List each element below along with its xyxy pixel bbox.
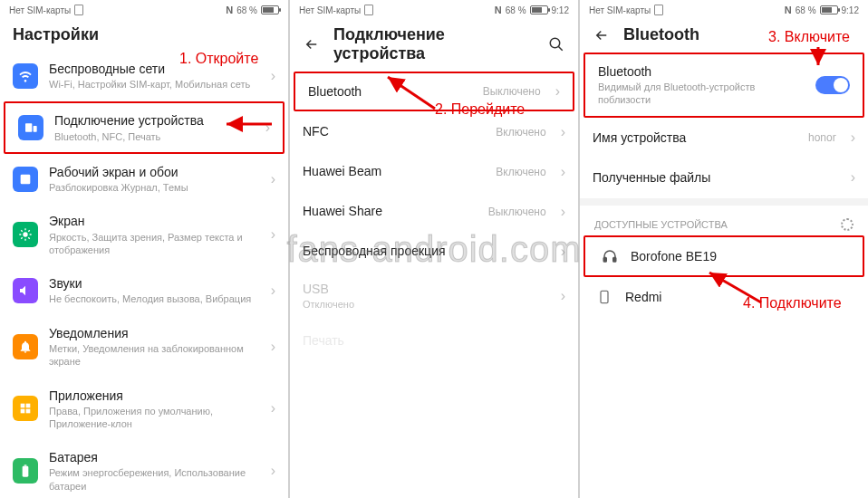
chevron-right-icon: › — [271, 400, 275, 417]
row-notifications[interactable]: Уведомления Метки, Уведомления на заблок… — [0, 316, 288, 378]
row-value: Выключено — [483, 85, 541, 98]
home-icon — [13, 167, 38, 192]
device-borofone[interactable]: Borofone BE19 — [583, 235, 864, 277]
device-redmi[interactable]: Redmi — [580, 278, 868, 317]
search-icon[interactable] — [547, 35, 565, 53]
row-title: Экран — [49, 213, 260, 229]
back-icon[interactable] — [303, 35, 321, 53]
row-wireless-proj[interactable]: Беспроводная проекция › — [290, 232, 578, 272]
battery-pct: 68 % — [506, 5, 526, 15]
row-title: USB — [303, 281, 550, 297]
row-title: Приложения — [49, 388, 260, 404]
device-name: Redmi — [625, 289, 855, 305]
row-title: Батарея — [49, 449, 260, 465]
wifi-icon — [13, 63, 38, 89]
row-sub: Режим энергосбережения, Использование ба… — [49, 466, 260, 493]
row-sub: Отключено — [303, 298, 550, 311]
section-title: ДОСТУПНЫЕ УСТРОЙСТВА — [594, 219, 728, 230]
row-bluetooth[interactable]: Bluetooth Выключено › — [294, 72, 574, 111]
back-icon[interactable] — [593, 26, 611, 44]
row-sub: Метки, Уведомления на заблокированном эк… — [49, 342, 260, 369]
apps-icon — [13, 396, 38, 421]
row-sub: Видимый для Bluetooth-устройств поблизос… — [598, 81, 805, 107]
battery-pct: 68 % — [796, 5, 816, 15]
svg-rect-7 — [26, 409, 31, 414]
nfc-icon: N — [495, 5, 502, 15]
row-print: Печать — [290, 321, 578, 360]
row-huawei-beam[interactable]: Huawei Beam Включено › — [290, 152, 578, 192]
row-value: Включено — [496, 126, 545, 139]
row-home-wallpaper[interactable]: Рабочий экран и обои Разблокировка Журна… — [0, 155, 288, 204]
row-title: NFC — [303, 123, 485, 139]
svg-point-11 — [550, 38, 560, 48]
nfc-icon: N — [785, 5, 792, 15]
row-title: Bluetooth — [308, 83, 472, 100]
screen-bluetooth: Нет SIM-карты N 68 % 9:12 Bluetooth Blue… — [580, 0, 868, 498]
row-title: Полученные файлы — [593, 169, 840, 186]
row-display[interactable]: Экран Яркость, Защита зрения, Размер тек… — [0, 204, 288, 266]
row-sounds[interactable]: Звуки Не беспокоить, Мелодия вызова, Виб… — [0, 266, 288, 315]
nfc-icon: N — [226, 5, 233, 15]
row-title: Звуки — [49, 275, 260, 292]
row-value: Выключено — [488, 206, 546, 218]
chevron-right-icon: › — [555, 83, 560, 100]
svg-point-3 — [23, 233, 27, 237]
row-battery[interactable]: Батарея Режим энергосбережения, Использо… — [0, 440, 288, 498]
row-title: Huawei Share — [303, 203, 477, 219]
row-apps[interactable]: Приложения Права, Приложения по умолчани… — [0, 378, 288, 441]
row-usb: USB Отключено › — [290, 272, 578, 321]
battery-icon — [261, 5, 279, 14]
row-title: Уведомления — [49, 325, 260, 341]
row-wireless[interactable]: Беспроводные сети Wi-Fi, Настройки SIM-к… — [0, 52, 288, 101]
svg-rect-1 — [34, 126, 37, 132]
row-value: Включено — [496, 166, 545, 178]
row-nfc[interactable]: NFC Включено › — [290, 112, 578, 152]
svg-rect-12 — [603, 257, 606, 262]
divider — [580, 198, 868, 206]
row-title: Имя устройства — [593, 129, 797, 146]
page-title: Подключение устройства — [333, 25, 535, 63]
row-huawei-share[interactable]: Huawei Share Выключено › — [290, 192, 578, 232]
battery-menu-icon — [13, 458, 38, 484]
row-device-connection[interactable]: Подключение устройства Bluetooth, NFC, П… — [4, 101, 285, 153]
row-bluetooth-toggle[interactable]: Bluetooth Видимый для Bluetooth-устройст… — [583, 53, 864, 118]
row-title: Huawei Beam — [303, 163, 485, 179]
row-title: Печать — [303, 332, 565, 349]
bell-icon — [13, 334, 38, 359]
chevron-right-icon: › — [271, 339, 275, 355]
chevron-right-icon: › — [561, 288, 565, 304]
chevron-right-icon: › — [851, 169, 855, 186]
chevron-right-icon: › — [561, 244, 565, 260]
status-bar: Нет SIM-карты N 68 % 9:12 — [580, 0, 868, 18]
no-sim-text: Нет SIM-карты — [9, 5, 71, 15]
battery-icon — [820, 5, 838, 14]
svg-rect-13 — [613, 257, 616, 262]
row-sub: Не беспокоить, Мелодия вызова, Вибрация — [49, 292, 260, 305]
battery-pct: 68 % — [236, 5, 257, 15]
status-bar: Нет SIM-карты N 68 % 9:12 — [290, 0, 578, 18]
screen-header: Подключение устройства — [290, 18, 578, 71]
spinner-icon — [841, 218, 854, 231]
row-received-files[interactable]: Полученные файлы › — [580, 158, 868, 198]
chevron-right-icon: › — [561, 204, 565, 220]
screen-header: Bluetooth — [580, 18, 868, 52]
row-sub: Права, Приложения по умолчанию, Приложен… — [49, 405, 260, 431]
screen-settings: Нет SIM-карты N 68 % Настройки Беспровод… — [0, 0, 290, 498]
no-sim-text: Нет SIM-карты — [589, 5, 651, 15]
chevron-right-icon: › — [271, 283, 275, 299]
screen-header: Настройки — [0, 18, 288, 52]
headphones-icon — [600, 246, 620, 266]
phone-icon — [594, 287, 614, 307]
chevron-right-icon: › — [561, 164, 565, 180]
chevron-right-icon: › — [271, 463, 275, 479]
screen-device-connection: Нет SIM-карты N 68 % 9:12 Подключение ус… — [290, 0, 580, 498]
row-device-name[interactable]: Имя устройства honor › — [580, 119, 868, 158]
row-sub: Wi-Fi, Настройки SIM-карт, Мобильная сет… — [49, 78, 260, 91]
device-name: Borofone BE19 — [631, 248, 850, 264]
sound-icon — [13, 278, 38, 303]
row-sub: Bluetooth, NFC, Печать — [54, 130, 255, 143]
bluetooth-toggle[interactable] — [815, 76, 850, 94]
devices-icon — [18, 115, 43, 140]
svg-rect-5 — [26, 404, 31, 408]
svg-rect-14 — [601, 291, 608, 302]
